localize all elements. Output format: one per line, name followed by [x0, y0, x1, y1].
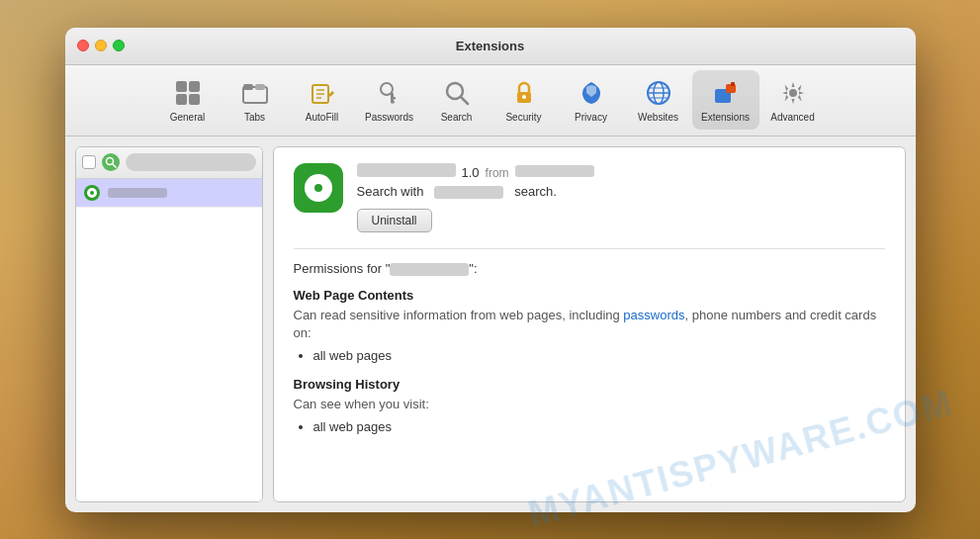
- preferences-window: Extensions General T: [65, 28, 916, 512]
- search-with-label: Search with: [357, 184, 424, 199]
- extensions-icon: [711, 78, 741, 108]
- toolbar-security[interactable]: Security: [490, 70, 558, 130]
- divider: [294, 248, 885, 249]
- autofill-icon: [308, 78, 337, 108]
- sidebar-list: [76, 179, 262, 501]
- security-label: Security: [505, 112, 541, 123]
- svg-point-28: [106, 158, 113, 165]
- toolbar-passwords[interactable]: Passwords: [356, 70, 423, 130]
- browsing-history-title: Browsing History: [294, 377, 885, 392]
- traffic-lights: [77, 40, 125, 51]
- extension-from: from: [486, 166, 509, 180]
- uninstall-button[interactable]: Uninstall: [357, 209, 432, 232]
- svg-rect-0: [176, 81, 187, 92]
- search-icon: [442, 78, 472, 108]
- browsing-history-desc: Can see when you visit:: [294, 396, 885, 413]
- svg-rect-14: [391, 101, 395, 104]
- maximize-button[interactable]: [113, 40, 125, 51]
- security-icon: [509, 78, 539, 108]
- content-area: 1.0 from Search with search. Uninstall: [65, 136, 916, 512]
- toolbar-tabs[interactable]: Tabs: [222, 70, 289, 130]
- sidebar-search-bar[interactable]: [126, 153, 256, 171]
- svg-point-18: [522, 95, 526, 99]
- list-item[interactable]: [76, 179, 262, 208]
- browsing-history-list: all web pages: [313, 419, 885, 434]
- toolbar-autofill[interactable]: AutoFill: [289, 70, 356, 130]
- sidebar-checkbox[interactable]: [82, 155, 96, 169]
- extension-header: 1.0 from Search with search. Uninstall: [294, 163, 885, 232]
- svg-point-27: [789, 89, 797, 97]
- list-item: all web pages: [313, 419, 885, 434]
- extension-name-redacted: [357, 163, 456, 177]
- extensions-sidebar: [75, 146, 263, 502]
- svg-point-11: [381, 83, 393, 95]
- privacy-label: Privacy: [575, 112, 607, 123]
- extension-from-redacted: [515, 165, 594, 177]
- toolbar-websites[interactable]: Websites: [625, 70, 692, 130]
- web-page-contents-title: Web Page Contents: [294, 288, 885, 303]
- browsing-history-section: Browsing History Can see when you visit:…: [294, 377, 885, 434]
- toolbar-extensions[interactable]: Extensions: [692, 70, 759, 130]
- list-item-name: [108, 188, 167, 198]
- toolbar-general[interactable]: General: [154, 70, 222, 130]
- svg-line-16: [461, 97, 468, 104]
- svg-rect-2: [176, 94, 187, 105]
- web-page-contents-desc: Can read sensitive information from web …: [294, 307, 885, 342]
- passwords-link[interactable]: passwords: [623, 308, 684, 322]
- websites-icon: [644, 78, 673, 108]
- list-item: all web pages: [313, 348, 885, 363]
- svg-rect-3: [189, 94, 200, 105]
- passwords-label: Passwords: [365, 112, 413, 123]
- advanced-label: Advanced: [770, 112, 814, 123]
- toolbar: General Tabs A: [65, 65, 916, 136]
- extensions-label: Extensions: [701, 112, 750, 123]
- extension-name-line: 1.0 from: [357, 163, 885, 180]
- close-button[interactable]: [77, 40, 89, 51]
- window-title: Extensions: [456, 39, 524, 53]
- privacy-icon: [577, 78, 606, 108]
- extension-search-line: Search with search.: [357, 184, 885, 199]
- minimize-button[interactable]: [95, 40, 107, 51]
- permissions-prefix: Permissions for ": [294, 261, 391, 276]
- svg-rect-1: [189, 81, 200, 92]
- extensions-main-panel: 1.0 from Search with search. Uninstall: [273, 146, 906, 502]
- websites-label: Websites: [638, 112, 678, 123]
- web-page-contents-section: Web Page Contents Can read sensitive inf…: [294, 288, 885, 363]
- toolbar-privacy[interactable]: Privacy: [558, 70, 625, 130]
- general-icon: [173, 78, 203, 108]
- svg-rect-13: [391, 97, 396, 100]
- extension-icon: [294, 163, 343, 213]
- autofill-label: AutoFill: [306, 112, 338, 123]
- permissions-suffix: ":: [469, 261, 477, 276]
- permissions-name-redacted: [390, 263, 469, 276]
- permissions-label: Permissions for "":: [294, 261, 885, 276]
- passwords-icon: [375, 78, 404, 108]
- general-label: General: [170, 112, 206, 123]
- svg-rect-5: [243, 84, 253, 90]
- extension-version: 1.0: [462, 165, 480, 180]
- search-suffix-label: search.: [514, 184, 557, 199]
- svg-line-29: [113, 164, 116, 167]
- tabs-icon: [240, 78, 270, 108]
- svg-rect-26: [731, 82, 735, 86]
- search-label: Search: [441, 112, 473, 123]
- toolbar-advanced[interactable]: Advanced: [759, 70, 827, 130]
- list-item-icon: [84, 185, 100, 201]
- sidebar-toolbar: [76, 147, 262, 179]
- svg-rect-6: [255, 84, 265, 90]
- extension-search-name-redacted: [434, 186, 503, 199]
- sidebar-search-icon: [102, 153, 120, 171]
- extension-info: 1.0 from Search with search. Uninstall: [357, 163, 885, 232]
- titlebar: Extensions: [65, 28, 916, 65]
- web-page-contents-list: all web pages: [313, 348, 885, 363]
- tabs-label: Tabs: [244, 112, 265, 123]
- advanced-icon: [778, 78, 808, 108]
- toolbar-search[interactable]: Search: [423, 70, 490, 130]
